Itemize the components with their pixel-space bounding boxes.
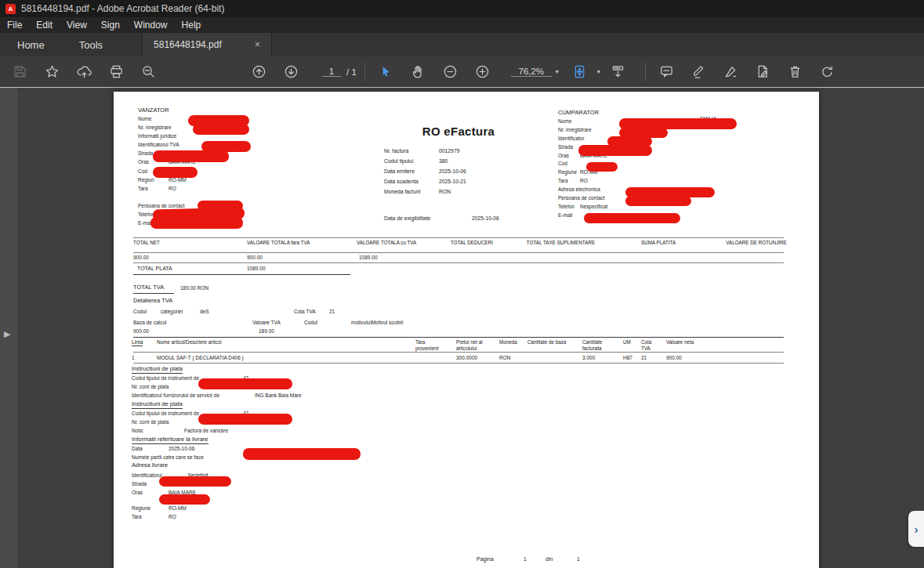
save-button[interactable]	[6, 60, 33, 84]
items-header: Moneda	[499, 339, 517, 346]
zoom-in-icon	[475, 64, 490, 79]
tab-document[interactable]: 5816448194.pdf ×	[142, 33, 272, 56]
fit-page-icon	[572, 64, 587, 79]
fit-page-button[interactable]	[567, 60, 593, 84]
previous-page-button[interactable]	[245, 60, 272, 84]
field-label: Moneda facturii	[384, 189, 439, 194]
page-up-icon	[252, 64, 266, 79]
delete-page-button[interactable]	[782, 60, 809, 84]
header-field-row: Moneda facturiiRON	[384, 189, 466, 199]
items-header: Linia	[132, 339, 143, 346]
totals-value: 900.00	[133, 255, 149, 261]
field-value: Nespecificat	[580, 204, 607, 209]
menu-help[interactable]: Help	[175, 20, 208, 31]
buyer-row: Nr. inregistrare	[558, 127, 607, 136]
close-tab-icon[interactable]: ×	[255, 39, 260, 50]
tab-home-label: Home	[17, 39, 45, 51]
header-field-row: Nr. factura0012979	[384, 148, 466, 158]
totals-header: TOTAL DEDUCERI	[451, 240, 529, 246]
fountain-pen-icon	[723, 64, 738, 79]
fit-page-dropdown-icon[interactable]: ▾	[597, 68, 600, 75]
header-field-row: Codul tipului380	[384, 158, 466, 168]
edit-page-button[interactable]	[750, 60, 777, 84]
field-label: Nume	[558, 118, 580, 124]
comment-button[interactable]	[654, 60, 680, 84]
zoom-dropdown-icon[interactable]: ▾	[556, 68, 559, 75]
footer-pagina-label: Pagina	[476, 556, 494, 563]
total-plata-label: TOTAL PLATA	[137, 266, 172, 272]
toolbar-display-button[interactable]	[605, 60, 632, 84]
toolbar-divider	[645, 63, 646, 81]
rotate-page-button[interactable]	[814, 60, 841, 84]
tva-detail-heading: Detalierea TVA	[133, 298, 172, 304]
item-pret: 300.0000	[456, 355, 477, 361]
field-label: Persoana de contact	[138, 203, 168, 208]
sign-button[interactable]	[718, 60, 745, 84]
hand-tool-button[interactable]	[405, 60, 432, 84]
page-count-label: / 1	[346, 67, 357, 77]
items-header: Nume articol/Descriere articol	[157, 339, 222, 346]
field-label: Persoana de contact	[558, 195, 580, 201]
menu-view[interactable]: View	[60, 20, 94, 31]
favorites-button[interactable]	[38, 60, 65, 84]
field-label: Nr. inregistrare	[138, 125, 168, 130]
field-label: Tara	[558, 178, 580, 183]
payment2-heading: Instructiuni de plata	[132, 401, 183, 409]
table-line	[133, 274, 350, 275]
zoom-out-button[interactable]	[437, 60, 464, 84]
total-plata-value: 1089.00	[247, 266, 266, 272]
tab-home[interactable]: Home	[0, 33, 62, 56]
seller-row: Identificatorul TVA	[138, 142, 196, 150]
select-tool-button[interactable]	[373, 60, 400, 84]
toolbar-divider	[364, 63, 365, 81]
redaction-mark	[150, 217, 243, 229]
invoice-title: RO eFactura	[388, 125, 529, 138]
seller-row: Nume	[138, 116, 196, 125]
field-value: 380	[439, 158, 448, 164]
zoom-level-input[interactable]: 76,2%	[511, 67, 552, 77]
field-label: Data emitere	[384, 168, 439, 174]
nav-pane-toggle-icon[interactable]: ▶	[4, 329, 10, 339]
zoom-in-button[interactable]	[469, 60, 496, 84]
totals-value: 1089.00	[359, 255, 378, 261]
next-page-button[interactable]	[277, 60, 304, 84]
seller-heading: VANZATOR	[138, 107, 196, 114]
items-header: Pretul net al articolului	[456, 339, 494, 351]
share-button[interactable]	[71, 60, 97, 84]
item-um: H87	[623, 355, 632, 361]
redaction-mark	[578, 145, 652, 156]
zoom-out-icon	[443, 64, 458, 79]
delivery-regiune-value: RO-MM	[168, 505, 187, 512]
tools-panel-toggle[interactable]: ›	[908, 511, 924, 547]
menu-bar: File Edit View Sign Window Help	[0, 17, 924, 33]
items-header: Cantitate de baza	[527, 339, 581, 346]
totals-header: TOTAL TAXE SUPLIMENTARE	[520, 240, 602, 246]
seller-row: TaraRO	[138, 186, 196, 194]
field-value: 2025-10-06	[439, 168, 466, 174]
menu-window[interactable]: Window	[127, 20, 175, 31]
page-number-input[interactable]: 1	[322, 67, 341, 77]
field-label: Data scadenta	[384, 179, 439, 184]
search-button[interactable]	[135, 60, 161, 84]
footer-page-total: 1	[577, 556, 580, 563]
print-button[interactable]	[103, 60, 129, 84]
field-value: 2025-10-21	[439, 179, 466, 184]
table-line	[133, 252, 784, 253]
cloud-upload-icon	[77, 64, 92, 79]
menu-edit[interactable]: Edit	[29, 20, 60, 31]
toolbar-download-icon	[611, 64, 625, 79]
redaction-mark	[198, 378, 292, 389]
menu-sign[interactable]: Sign	[94, 20, 127, 31]
field-label: Nr. inregistrare	[558, 127, 580, 132]
redaction-mark	[243, 448, 361, 460]
buyer-row: TelefonNespecificat	[558, 204, 607, 212]
highlight-button[interactable]	[686, 60, 712, 84]
seller-row: Nr. inregistrare	[138, 125, 196, 133]
totals-value: 900.00	[247, 255, 263, 261]
redaction-mark	[153, 150, 229, 162]
tab-tools[interactable]: Tools	[62, 33, 120, 56]
menu-file[interactable]: File	[0, 20, 29, 31]
seller-row: Informatii juridice	[138, 133, 196, 142]
seller-row: RegiunRO-MM	[138, 177, 196, 186]
tva-baza-label: Baza de calcul	[133, 320, 166, 326]
